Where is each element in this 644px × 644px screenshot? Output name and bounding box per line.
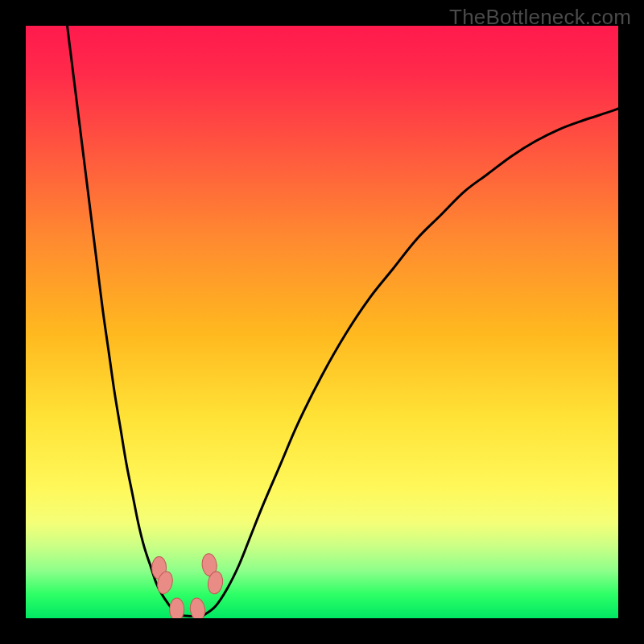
left-curve	[68, 26, 180, 615]
data-marker	[189, 597, 206, 618]
right-curve	[204, 109, 618, 615]
curve-layer	[26, 26, 618, 618]
plot-area	[26, 26, 618, 618]
data-marker	[170, 598, 184, 618]
watermark-text: TheBottleneck.com	[449, 5, 631, 30]
chart-frame: TheBottleneck.com	[0, 0, 644, 644]
